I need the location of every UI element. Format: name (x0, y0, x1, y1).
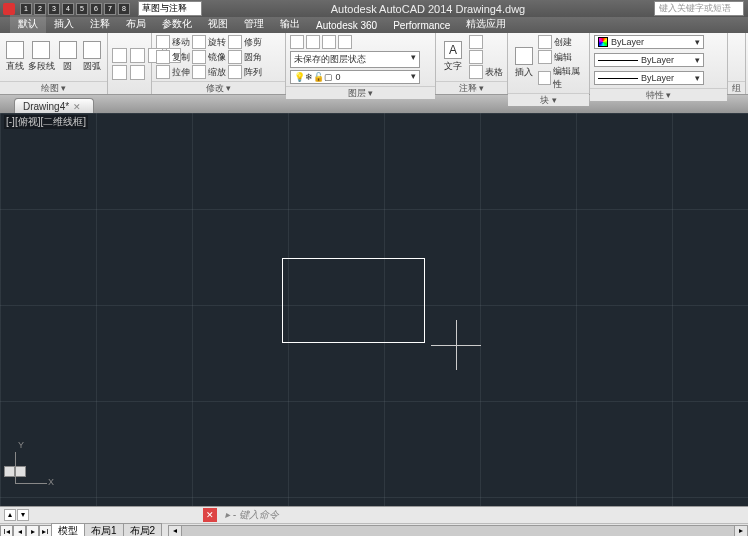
linetype-dropdown[interactable]: ByLayer (594, 71, 704, 85)
panel-layer-title: 图层 ▾ (286, 86, 435, 99)
draw-多段线-button[interactable]: 多段线 (28, 41, 54, 73)
scroll-left-arrow[interactable]: ◂ (169, 526, 182, 537)
crosshair-cursor (456, 345, 457, 346)
ribbon-tabs: 默认插入注释布局参数化视图管理输出Autodesk 360Performance… (0, 17, 748, 33)
ucs-icon: YX (12, 444, 52, 484)
qat-button-5[interactable]: 5 (76, 3, 88, 15)
cmd-close-icon[interactable]: ✕ (203, 508, 217, 522)
linetype-icon (598, 78, 638, 79)
insert-block-button[interactable]: 插入 (512, 47, 535, 79)
window-title: Autodesk AutoCAD 2014 Drawing4.dwg (202, 3, 654, 15)
panel-group-title: 组 (728, 81, 745, 94)
qat-button-2[interactable]: 2 (34, 3, 46, 15)
layer-freeze-icon[interactable] (322, 35, 336, 49)
panel-props-title: 特性 ▾ (590, 88, 727, 101)
modify-复制-button[interactable] (156, 50, 170, 64)
drawing-canvas[interactable]: [-][俯视][二维线框] YX (0, 113, 748, 506)
viewport-label[interactable]: [-][俯视][二维线框] (4, 115, 88, 129)
leader-button[interactable] (469, 50, 503, 64)
ribbon-tab[interactable]: 管理 (236, 15, 272, 33)
layout-tab-bar: I◂◂▸▸I 模型 布局1 布局2 ◂▸ (0, 523, 748, 536)
modify-拉伸-button[interactable] (156, 65, 170, 79)
panel-draw: 直线多段线圆圆弧 绘图 ▾ (0, 33, 108, 94)
dim-linear-button[interactable] (469, 35, 503, 49)
panel-modify: 移动旋转修剪复制镜像圆角拉伸缩放阵列 修改 ▾ (152, 33, 286, 94)
panel-group: 组 (728, 33, 746, 94)
help-search-input[interactable]: 键入关键字或短语 (654, 1, 744, 16)
qat-button-4[interactable]: 4 (62, 3, 74, 15)
close-tab-icon[interactable]: ✕ (73, 102, 81, 112)
draw-圆-button[interactable]: 圆 (57, 41, 78, 73)
ribbon: 直线多段线圆圆弧 绘图 ▾ 移动旋转修剪复制镜像圆角拉伸缩放阵列 修改 ▾ 未保… (0, 33, 748, 95)
panel-draw-extra (108, 33, 152, 94)
layer-props-icon[interactable] (290, 35, 304, 49)
panel-anno-title: 注释 ▾ (436, 81, 507, 94)
layer-iso-icon[interactable] (306, 35, 320, 49)
panel-draw-title: 绘图 ▾ (0, 81, 107, 94)
cmd-history-controls[interactable]: ▴▾ (0, 509, 33, 521)
qat-button-3[interactable]: 3 (48, 3, 60, 15)
command-line[interactable]: ▴▾ ✕ ▸ - 键入命令 (0, 506, 748, 523)
workspace-dropdown[interactable]: 草图与注释 (138, 1, 202, 16)
lineweight-icon (598, 60, 638, 61)
ribbon-tab[interactable]: 视图 (200, 15, 236, 33)
layout-nav-button[interactable]: ◂ (13, 525, 26, 537)
ribbon-tab[interactable]: 输出 (272, 15, 308, 33)
layout-nav-button[interactable]: ▸ (26, 525, 39, 537)
ribbon-tab[interactable]: Autodesk 360 (308, 18, 385, 33)
text-button[interactable]: A文字 (440, 41, 466, 73)
qat-button-1[interactable]: 1 (20, 3, 32, 15)
ribbon-tab[interactable]: 默认 (10, 15, 46, 33)
qat-button-6[interactable]: 6 (90, 3, 102, 15)
table-button[interactable]: 表格 (469, 65, 503, 79)
layer-state-dropdown[interactable]: 未保存的图层状态 (290, 51, 420, 68)
ribbon-tab[interactable]: 注释 (82, 15, 118, 33)
modify-移动-button[interactable] (156, 35, 170, 49)
panel-block-title: 块 ▾ (508, 93, 589, 106)
ribbon-tab[interactable]: 布局 (118, 15, 154, 33)
rectangle-entity[interactable] (282, 258, 425, 343)
draw-圆弧-button[interactable]: 圆弧 (82, 41, 103, 73)
block-编辑属性-button[interactable]: 编辑属性 (538, 65, 585, 91)
file-tab-drawing4[interactable]: Drawing4*✕ (14, 98, 94, 113)
layout-tab-model[interactable]: 模型 (51, 523, 85, 536)
panel-modify-title: 修改 ▾ (152, 81, 285, 94)
model-space-toggle[interactable] (4, 466, 26, 477)
panel-block: 插入 创建编辑编辑属性 块 ▾ (508, 33, 590, 94)
modify-阵列-button[interactable] (228, 65, 242, 79)
modify-旋转-button[interactable] (192, 35, 206, 49)
layout-nav-button[interactable]: I◂ (0, 525, 13, 537)
modify-修剪-button[interactable] (228, 35, 242, 49)
layout-tab-1[interactable]: 布局1 (84, 523, 124, 536)
draw-直线-button[interactable]: 直线 (4, 41, 25, 73)
panel-annotation: A文字 表格 注释 ▾ (436, 33, 508, 94)
lineweight-dropdown[interactable]: ByLayer (594, 53, 704, 67)
panel-layer: 未保存的图层状态 💡❄🔓▢ 0 图层 ▾ (286, 33, 436, 94)
qat-button-8[interactable]: 8 (118, 3, 130, 15)
horizontal-scrollbar[interactable]: ◂▸ (168, 525, 748, 537)
modify-镜像-button[interactable] (192, 50, 206, 64)
ribbon-tab[interactable]: 插入 (46, 15, 82, 33)
ribbon-tab[interactable]: Performance (385, 18, 458, 33)
color-dropdown[interactable]: ByLayer (594, 35, 704, 49)
qat-button-7[interactable]: 7 (104, 3, 116, 15)
modify-圆角-button[interactable] (228, 50, 242, 64)
command-input[interactable]: ▸ - 键入命令 (221, 508, 748, 522)
current-layer-dropdown[interactable]: 💡❄🔓▢ 0 (290, 70, 420, 84)
modify-缩放-button[interactable] (192, 65, 206, 79)
layer-lock-icon[interactable] (338, 35, 352, 49)
panel-properties: ByLayer ByLayer ByLayer 特性 ▾ (590, 33, 728, 94)
block-编辑-button[interactable]: 编辑 (538, 50, 585, 64)
ribbon-tab[interactable]: 参数化 (154, 15, 200, 33)
block-创建-button[interactable]: 创建 (538, 35, 585, 49)
autocad-app-icon[interactable] (3, 3, 15, 15)
layout-tab-2[interactable]: 布局2 (123, 523, 163, 536)
scroll-right-arrow[interactable]: ▸ (734, 526, 747, 537)
quick-access-toolbar: 12345678 (20, 3, 130, 15)
ribbon-tab[interactable]: 精选应用 (458, 15, 514, 33)
color-swatch-icon (598, 37, 608, 47)
